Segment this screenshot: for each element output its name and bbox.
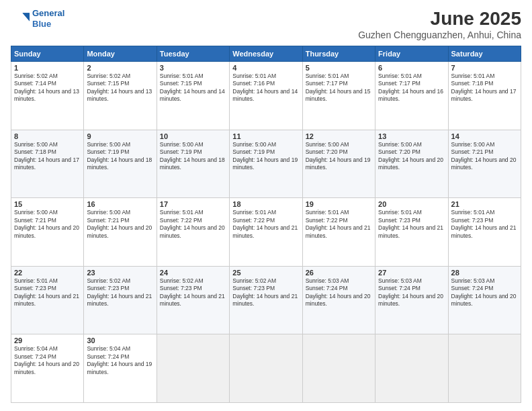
day-info: Sunrise: 5:00 AMSunset: 7:21 PMDaylight:… <box>451 141 518 172</box>
main-title: June 2025 <box>358 8 521 30</box>
day-number: 6 <box>378 64 445 72</box>
header-day-friday: Friday <box>375 46 448 62</box>
day-number: 11 <box>232 132 299 140</box>
calendar-cell: 18Sunrise: 5:01 AMSunset: 7:22 PMDayligh… <box>230 198 302 267</box>
day-info: Sunrise: 5:00 AMSunset: 7:20 PMDaylight:… <box>378 141 445 172</box>
calendar-cell: 12Sunrise: 5:00 AMSunset: 7:20 PMDayligh… <box>302 130 375 198</box>
day-info: Sunrise: 5:02 AMSunset: 7:23 PMDaylight:… <box>160 277 226 308</box>
day-number: 30 <box>87 336 153 345</box>
day-number: 21 <box>451 200 518 208</box>
day-info: Sunrise: 5:01 AMSunset: 7:23 PMDaylight:… <box>14 277 81 308</box>
day-number: 12 <box>306 132 372 140</box>
calendar-cell: 26Sunrise: 5:03 AMSunset: 7:24 PMDayligh… <box>302 266 375 334</box>
day-info: Sunrise: 5:00 AMSunset: 7:21 PMDaylight:… <box>87 209 153 240</box>
day-info: Sunrise: 5:02 AMSunset: 7:14 PMDaylight:… <box>14 73 81 103</box>
calendar-week-2: 8Sunrise: 5:00 AMSunset: 7:18 PMDaylight… <box>11 130 521 198</box>
day-number: 13 <box>378 132 445 140</box>
day-number: 5 <box>306 64 372 72</box>
calendar-cell: 30Sunrise: 5:04 AMSunset: 7:24 PMDayligh… <box>84 334 157 403</box>
calendar-cell: 5Sunrise: 5:01 AMSunset: 7:17 PMDaylight… <box>302 62 375 130</box>
day-info: Sunrise: 5:00 AMSunset: 7:18 PMDaylight:… <box>14 141 81 172</box>
day-info: Sunrise: 5:03 AMSunset: 7:24 PMDaylight:… <box>306 277 372 308</box>
calendar-cell: 17Sunrise: 5:01 AMSunset: 7:22 PMDayligh… <box>157 198 229 267</box>
day-number: 23 <box>87 269 153 277</box>
day-info: Sunrise: 5:00 AMSunset: 7:19 PMDaylight:… <box>232 141 299 172</box>
calendar-cell <box>302 334 375 403</box>
day-number: 8 <box>14 132 81 140</box>
day-number: 9 <box>87 132 153 140</box>
calendar-cell: 21Sunrise: 5:01 AMSunset: 7:23 PMDayligh… <box>448 198 521 267</box>
calendar-cell: 20Sunrise: 5:01 AMSunset: 7:23 PMDayligh… <box>375 198 448 267</box>
subtitle: Guzhen Chengguanzhen, Anhui, China <box>358 30 521 40</box>
calendar-cell <box>230 334 302 403</box>
day-info: Sunrise: 5:00 AMSunset: 7:19 PMDaylight:… <box>160 141 226 172</box>
calendar-cell: 19Sunrise: 5:01 AMSunset: 7:22 PMDayligh… <box>302 198 375 267</box>
calendar-cell: 9Sunrise: 5:00 AMSunset: 7:19 PMDaylight… <box>84 130 157 198</box>
calendar-cell: 11Sunrise: 5:00 AMSunset: 7:19 PMDayligh… <box>230 130 302 198</box>
calendar-week-5: 29Sunrise: 5:04 AMSunset: 7:24 PMDayligh… <box>11 334 521 403</box>
calendar-cell: 8Sunrise: 5:00 AMSunset: 7:18 PMDaylight… <box>11 130 84 198</box>
day-number: 7 <box>451 64 518 72</box>
day-number: 3 <box>160 64 226 72</box>
calendar-cell: 1Sunrise: 5:02 AMSunset: 7:14 PMDaylight… <box>11 62 84 130</box>
calendar-cell <box>448 334 521 403</box>
calendar-cell <box>375 334 448 403</box>
calendar-cell: 13Sunrise: 5:00 AMSunset: 7:20 PMDayligh… <box>375 130 448 198</box>
day-info: Sunrise: 5:01 AMSunset: 7:22 PMDaylight:… <box>306 209 372 240</box>
day-number: 17 <box>160 200 226 208</box>
day-info: Sunrise: 5:02 AMSunset: 7:23 PMDaylight:… <box>232 277 299 308</box>
header-day-thursday: Thursday <box>302 46 375 62</box>
calendar-cell: 28Sunrise: 5:03 AMSunset: 7:24 PMDayligh… <box>448 266 521 334</box>
day-info: Sunrise: 5:02 AMSunset: 7:15 PMDaylight:… <box>87 73 153 103</box>
header-day-saturday: Saturday <box>448 46 521 62</box>
calendar-cell: 29Sunrise: 5:04 AMSunset: 7:24 PMDayligh… <box>11 334 84 403</box>
day-info: Sunrise: 5:01 AMSunset: 7:23 PMDaylight:… <box>378 209 445 240</box>
calendar-week-3: 15Sunrise: 5:00 AMSunset: 7:21 PMDayligh… <box>11 198 521 267</box>
header-day-monday: Monday <box>84 46 157 62</box>
day-info: Sunrise: 5:02 AMSunset: 7:23 PMDaylight:… <box>87 277 153 308</box>
day-info: Sunrise: 5:04 AMSunset: 7:24 PMDaylight:… <box>14 345 81 376</box>
day-number: 27 <box>378 269 445 277</box>
day-number: 4 <box>232 64 299 72</box>
calendar-cell: 2Sunrise: 5:02 AMSunset: 7:15 PMDaylight… <box>84 62 157 130</box>
header: General Blue June 2025 Guzhen Chengguanz… <box>11 8 521 40</box>
svg-rect-0 <box>11 9 30 28</box>
day-number: 24 <box>160 269 226 277</box>
day-number: 15 <box>14 200 81 208</box>
day-info: Sunrise: 5:01 AMSunset: 7:17 PMDaylight:… <box>306 73 372 103</box>
day-info: Sunrise: 5:01 AMSunset: 7:15 PMDaylight:… <box>160 73 226 103</box>
calendar-cell: 7Sunrise: 5:01 AMSunset: 7:18 PMDaylight… <box>448 62 521 130</box>
calendar-cell: 14Sunrise: 5:00 AMSunset: 7:21 PMDayligh… <box>448 130 521 198</box>
calendar-cell: 6Sunrise: 5:01 AMSunset: 7:17 PMDaylight… <box>375 62 448 130</box>
day-number: 28 <box>451 269 518 277</box>
day-number: 1 <box>14 64 81 72</box>
calendar-cell: 25Sunrise: 5:02 AMSunset: 7:23 PMDayligh… <box>230 266 302 334</box>
header-day-wednesday: Wednesday <box>230 46 302 62</box>
calendar-header-row: SundayMondayTuesdayWednesdayThursdayFrid… <box>11 46 521 62</box>
day-info: Sunrise: 5:03 AMSunset: 7:24 PMDaylight:… <box>451 277 518 308</box>
logo-icon <box>11 9 30 28</box>
day-info: Sunrise: 5:00 AMSunset: 7:19 PMDaylight:… <box>87 141 153 172</box>
day-number: 18 <box>232 200 299 208</box>
calendar-cell: 16Sunrise: 5:00 AMSunset: 7:21 PMDayligh… <box>84 198 157 267</box>
day-number: 16 <box>87 200 153 208</box>
day-number: 26 <box>306 269 372 277</box>
day-info: Sunrise: 5:01 AMSunset: 7:23 PMDaylight:… <box>451 209 518 240</box>
day-number: 14 <box>451 132 518 140</box>
day-info: Sunrise: 5:04 AMSunset: 7:24 PMDaylight:… <box>87 345 153 376</box>
day-info: Sunrise: 5:01 AMSunset: 7:22 PMDaylight:… <box>160 209 226 240</box>
header-day-sunday: Sunday <box>11 46 84 62</box>
calendar-cell: 24Sunrise: 5:02 AMSunset: 7:23 PMDayligh… <box>157 266 229 334</box>
logo: General Blue <box>11 8 64 29</box>
calendar-cell: 10Sunrise: 5:00 AMSunset: 7:19 PMDayligh… <box>157 130 229 198</box>
page: General Blue June 2025 Guzhen Chengguanz… <box>0 0 532 411</box>
calendar-week-1: 1Sunrise: 5:02 AMSunset: 7:14 PMDaylight… <box>11 62 521 130</box>
day-info: Sunrise: 5:01 AMSunset: 7:22 PMDaylight:… <box>232 209 299 240</box>
day-info: Sunrise: 5:00 AMSunset: 7:20 PMDaylight:… <box>306 141 372 172</box>
calendar-cell: 22Sunrise: 5:01 AMSunset: 7:23 PMDayligh… <box>11 266 84 334</box>
calendar-cell: 15Sunrise: 5:00 AMSunset: 7:21 PMDayligh… <box>11 198 84 267</box>
day-number: 22 <box>14 269 81 277</box>
calendar-cell: 23Sunrise: 5:02 AMSunset: 7:23 PMDayligh… <box>84 266 157 334</box>
title-block: June 2025 Guzhen Chengguanzhen, Anhui, C… <box>358 8 521 40</box>
header-day-tuesday: Tuesday <box>157 46 229 62</box>
